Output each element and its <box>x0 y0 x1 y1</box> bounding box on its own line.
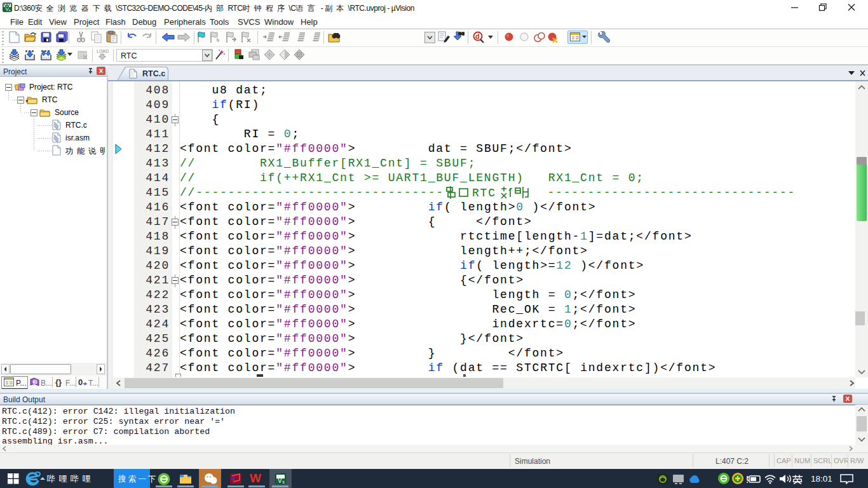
svg-text:RTC: RTC <box>472 187 496 200</box>
svg-text:s: s <box>9 8 11 12</box>
svg-text:LOAD: LOAD <box>97 49 109 53</box>
svg-text:d: d <box>475 32 480 40</box>
svg-text:V: V <box>278 477 282 484</box>
svg-text:?: ? <box>34 379 37 385</box>
